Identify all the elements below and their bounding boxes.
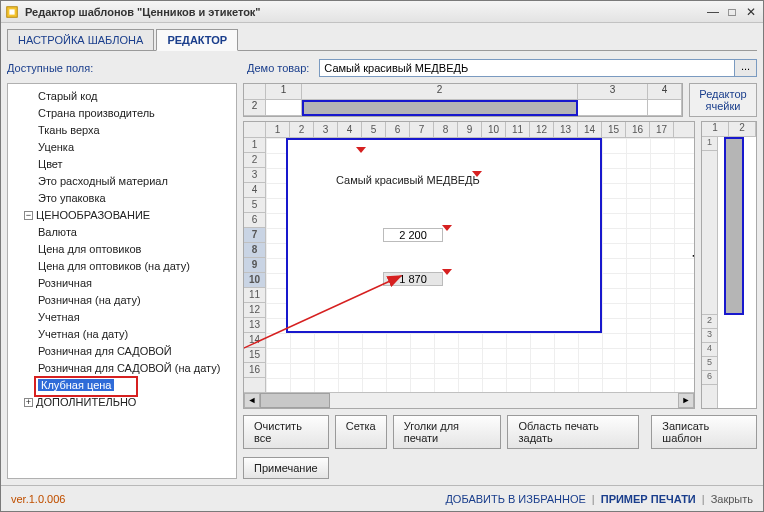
label-frame[interactable]: Самый красивый МЕДВЕДЬ 2 200 1 870: [286, 138, 602, 333]
tree-item[interactable]: Учетная (на дату): [10, 326, 234, 343]
demo-product-field: ...: [319, 59, 757, 77]
demo-product-input[interactable]: [319, 59, 735, 77]
mini-label-block[interactable]: [724, 137, 744, 315]
app-icon: [5, 5, 19, 19]
tab-editor[interactable]: РЕДАКТОР: [156, 29, 238, 51]
save-template-button[interactable]: Записать шаблон: [651, 415, 757, 449]
tree-item[interactable]: Страна производитель: [10, 105, 234, 122]
tree-item[interactable]: Старый код: [10, 88, 234, 105]
tab-bar: НАСТРОЙКА ШАБЛОНА РЕДАКТОР: [7, 29, 757, 51]
ruler-vertical: 12345678910111213141516: [244, 138, 266, 392]
close-button[interactable]: ✕: [743, 5, 759, 19]
tree-item[interactable]: Уценка: [10, 139, 234, 156]
version-label: ver.1.0.006: [11, 493, 65, 505]
print-corners-button[interactable]: Уголки для печати: [393, 415, 502, 449]
svg-rect-1: [9, 9, 14, 14]
anchor-marker-icon: [358, 148, 364, 154]
tree-item[interactable]: Розничная: [10, 275, 234, 292]
print-area-button[interactable]: Область печать задать: [507, 415, 639, 449]
label-price-2[interactable]: 1 870: [383, 272, 443, 286]
collapse-icon[interactable]: −: [24, 211, 33, 220]
clear-all-button[interactable]: Очистить все: [243, 415, 329, 449]
scroll-right-button[interactable]: ►: [678, 393, 694, 408]
cell-editor-button[interactable]: Редактор ячейки: [689, 83, 757, 117]
fields-tree-panel: Старый код Страна производитель Ткань ве…: [7, 83, 237, 479]
tree-item[interactable]: Это расходный материал: [10, 173, 234, 190]
tree-group-extra[interactable]: +ДОПОЛНИТЕЛЬНО: [10, 394, 234, 411]
horizontal-scrollbar[interactable]: ◄ ►: [244, 392, 694, 408]
mini-preview[interactable]: 12 1 23456: [701, 121, 757, 409]
window-title: Редактор шаблонов "Ценников и этикеток": [25, 6, 702, 18]
grid-button[interactable]: Сетка: [335, 415, 387, 449]
minimize-button[interactable]: —: [705, 5, 721, 19]
tree-item[interactable]: Цена для оптовиков (на дату): [10, 258, 234, 275]
expand-icon[interactable]: +: [24, 398, 33, 407]
available-fields-label: Доступные поля:: [7, 62, 237, 74]
ruler-horizontal: 1234567891011121314151617: [244, 122, 694, 138]
editor-canvas[interactable]: Самый красивый МЕДВЕДЬ 2 200 1 870: [266, 138, 694, 392]
tree-item[interactable]: Цена для оптовиков: [10, 241, 234, 258]
demo-product-browse-button[interactable]: ...: [735, 59, 757, 77]
print-sample-link[interactable]: ПРИМЕР ПЕЧАТИ: [601, 493, 696, 505]
titlebar: Редактор шаблонов "Ценников и этикеток" …: [1, 1, 763, 23]
tree-item[interactable]: Учетная: [10, 309, 234, 326]
demo-product-label: Демо товар:: [247, 62, 309, 74]
tree-item[interactable]: Розничная для САДОВОЙ (на дату): [10, 360, 234, 377]
maximize-button[interactable]: □: [724, 5, 740, 19]
scroll-thumb[interactable]: [260, 393, 330, 408]
anchor-marker-icon: [444, 226, 450, 232]
template-editor[interactable]: 1234567891011121314151617 12345678910111…: [243, 121, 695, 409]
status-bar: ver.1.0.006 ДОБАВИТЬ В ИЗБРАННОЕ | ПРИМЕ…: [1, 485, 763, 511]
scroll-left-button[interactable]: ◄: [244, 393, 260, 408]
close-link[interactable]: Закрыть: [711, 493, 753, 505]
tree-item[interactable]: Это упаковка: [10, 190, 234, 207]
tree-item[interactable]: Валюта: [10, 224, 234, 241]
tree-item-selected[interactable]: Клубная цена: [10, 377, 234, 394]
tree-item[interactable]: Розничная для САДОВОЙ: [10, 343, 234, 360]
anchor-marker-icon: [474, 172, 480, 178]
add-favorite-link[interactable]: ДОБАВИТЬ В ИЗБРАННОЕ: [445, 493, 585, 505]
tree-group-pricing[interactable]: −ЦЕНООБРАЗОВАНИЕ: [10, 207, 234, 224]
layout-strip[interactable]: 1 2 3 4 2: [243, 83, 683, 117]
note-button[interactable]: Примечание: [243, 457, 329, 479]
mouse-cursor-icon: ✥: [692, 248, 694, 264]
label-product-name[interactable]: Самый красивый МЕДВЕДЬ: [336, 174, 480, 186]
label-price-1[interactable]: 2 200: [383, 228, 443, 242]
anchor-marker-icon: [444, 270, 450, 276]
tree-item[interactable]: Цвет: [10, 156, 234, 173]
tree-item[interactable]: Розничная (на дату): [10, 292, 234, 309]
tab-settings[interactable]: НАСТРОЙКА ШАБЛОНА: [7, 29, 154, 50]
tree-item[interactable]: Ткань верха: [10, 122, 234, 139]
